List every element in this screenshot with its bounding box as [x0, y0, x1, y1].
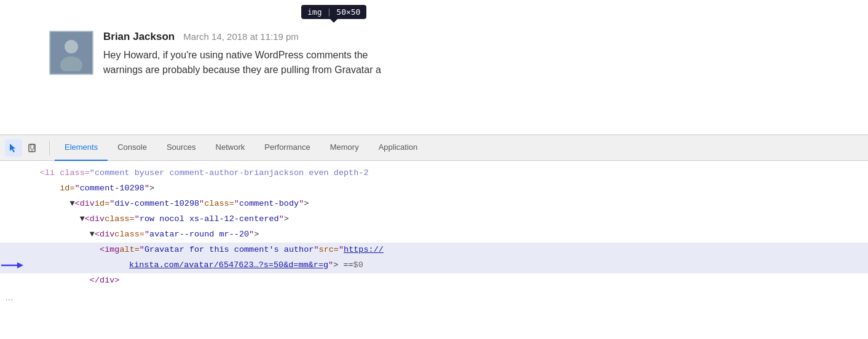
inspector-icon[interactable]	[5, 139, 22, 157]
tooltip-dimensions: 50×50	[336, 7, 360, 17]
avatar-url[interactable]: kinsta.com/avatar/6547623…?s=50&d=mm&r=g	[129, 259, 328, 273]
img-tooltip: img | 50×50	[301, 5, 366, 19]
code-line-7: kinsta.com/avatar/6547623…?s=50&d=mm&r=g…	[0, 258, 868, 273]
comment-content: Brian Jackson March 14, 2018 at 11:19 pm…	[103, 31, 856, 77]
svg-marker-8	[17, 262, 23, 268]
devtools-toolbar: Elements Console Sources Network Perform…	[0, 135, 868, 161]
tab-memory[interactable]: Memory	[320, 135, 369, 161]
svg-rect-5	[31, 144, 34, 149]
tab-network[interactable]: Network	[206, 135, 255, 161]
devtools-tabs: Elements Console Sources Network Perform…	[55, 135, 863, 161]
selected-element-arrow	[0, 260, 25, 271]
avatar	[49, 31, 93, 75]
three-dots-indicator: …	[5, 292, 14, 302]
tab-console[interactable]: Console	[108, 135, 157, 161]
tab-elements[interactable]: Elements	[55, 135, 108, 161]
code-line-4: ▼ <div class="row nocol xs-all-12-center…	[0, 212, 868, 227]
avatar-container	[49, 31, 93, 75]
comment-section: Brian Jackson March 14, 2018 at 11:19 pm…	[12, 31, 856, 77]
svg-marker-3	[10, 144, 15, 152]
tab-performance[interactable]: Performance	[254, 135, 320, 161]
svg-point-1	[65, 40, 78, 53]
code-line-1: <li class="comment byuser comment-author…	[0, 166, 868, 181]
toolbar-separator	[49, 141, 50, 155]
webpage-area: img | 50×50 Brian Jackson March 14, 2018…	[0, 0, 868, 135]
tab-application[interactable]: Application	[369, 135, 428, 161]
code-line-6: <img alt="Gravatar for this comment's au…	[0, 243, 868, 258]
html-code-panel: <li class="comment byuser comment-author…	[0, 161, 868, 294]
tooltip-tag: img	[307, 7, 322, 17]
tab-sources[interactable]: Sources	[157, 135, 206, 161]
code-line-8: </div>	[0, 273, 868, 289]
comment-text: Hey Howard, if you're using native WordP…	[103, 48, 856, 77]
devtools-content: <li class="comment byuser comment-author…	[0, 161, 868, 339]
devtools-panel: Elements Console Sources Network Perform…	[0, 135, 868, 339]
avatar-svg	[53, 34, 90, 71]
code-line-5: ▼ <div class="avatar--round mr--20" >	[0, 227, 868, 243]
device-toolbar-icon[interactable]	[25, 139, 42, 157]
comment-date: March 14, 2018 at 11:19 pm	[183, 31, 299, 42]
code-line-3: ▼ <div id="div-comment-10298" class="com…	[0, 197, 868, 212]
code-line-2: id="comment-10298">	[0, 181, 868, 197]
comment-meta: Brian Jackson March 14, 2018 at 11:19 pm	[103, 31, 856, 43]
comment-text-line1: Hey Howard, if you're using native WordP…	[103, 50, 368, 60]
comment-text-line2: warnings are probably because they are p…	[103, 64, 381, 75]
comment-author: Brian Jackson	[103, 31, 175, 43]
